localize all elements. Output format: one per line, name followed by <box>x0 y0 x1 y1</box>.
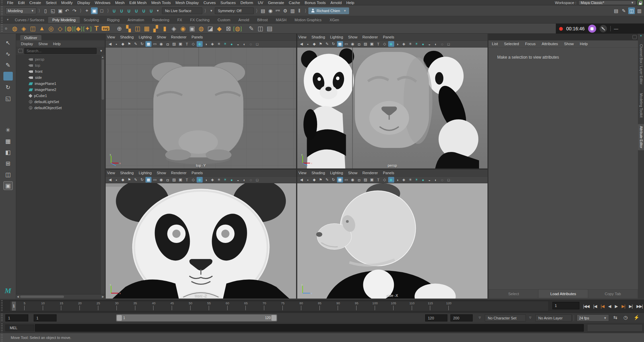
hypershade-icon[interactable]: ▤ <box>613 7 619 14</box>
command-language-button[interactable]: MEL <box>5 324 34 331</box>
anim-layer-field[interactable]: No Anim Layer <box>535 314 572 321</box>
attribute-editor-menu-item[interactable]: Attributes <box>542 42 558 46</box>
edit-edge-flow-icon[interactable]: ▤ <box>265 24 274 33</box>
viewport-menu-item[interactable]: Lighting <box>330 171 343 175</box>
viewport-icon[interactable]: ◇ <box>382 177 388 183</box>
viewport-icon[interactable]: ◀ <box>107 41 113 47</box>
viewport-icon[interactable]: □ <box>446 177 452 183</box>
shelf-tab[interactable]: Custom <box>213 17 234 23</box>
target-weld-icon[interactable]: ⊠ <box>224 24 233 33</box>
move-tool[interactable] <box>3 72 13 81</box>
play-forwards-button[interactable]: ▶ <box>615 304 617 309</box>
chevron-down-icon[interactable]: ▼ <box>640 34 642 37</box>
outliner-menu-item[interactable]: Display <box>21 42 33 46</box>
viewport-icon[interactable]: T <box>184 177 190 183</box>
viewport-icon[interactable]: ◉ <box>350 41 356 47</box>
menu-item[interactable]: Mesh <box>113 1 127 5</box>
outliner-item[interactable]: imagePlane1 <box>16 81 105 87</box>
viewport-icon[interactable]: ◑ <box>395 41 401 47</box>
poly-disc-icon[interactable]: ◍ <box>65 24 74 33</box>
viewport-icon[interactable]: ◇ <box>190 177 196 183</box>
viewport-icon[interactable]: ↻ <box>331 41 337 47</box>
time-slider-ruler[interactable]: 5101520253035404550556065707580859095100… <box>9 301 549 311</box>
shelf-tab[interactable]: Motion Graphics <box>291 17 326 23</box>
stop-recording-button[interactable] <box>588 25 596 33</box>
make-live-icon[interactable]: ∪ <box>148 7 155 14</box>
chevron-down-icon[interactable]: ▼ <box>100 49 103 53</box>
shelf-tab[interactable]: Animation <box>124 17 148 23</box>
viewport-icon[interactable]: ▣ <box>369 41 375 47</box>
viewport-icon[interactable]: ◑ <box>395 177 401 183</box>
chevron-down-icon[interactable]: ▽ <box>479 316 481 319</box>
viewport-icon[interactable]: ◆ <box>388 177 394 183</box>
viewport-menu-item[interactable]: View <box>299 35 307 39</box>
viewport-icon[interactable]: ▪ <box>113 177 120 183</box>
menu-set-select[interactable]: Modeling▼ <box>5 7 36 14</box>
viewport-icon[interactable]: ◑ <box>203 177 209 183</box>
range-end-handle[interactable] <box>271 315 276 321</box>
viewport-icon[interactable]: ◆ <box>311 177 317 183</box>
hide-cursor-button[interactable]: ↖ <box>600 25 607 32</box>
viewport-icon[interactable]: ⚑ <box>318 177 324 183</box>
sidebar-tab[interactable]: Attribute Editor <box>638 124 644 150</box>
viewport-icon[interactable]: ◆ <box>120 177 126 183</box>
four-pane-layout[interactable]: ⊞ <box>3 159 13 168</box>
shelf-tab[interactable]: Sculpting <box>80 17 103 23</box>
poly-cube-icon[interactable]: ◈ <box>19 24 28 33</box>
menu-item[interactable]: Deform <box>238 1 256 5</box>
poly-torus-icon[interactable]: ◎ <box>46 24 56 33</box>
ipr-render-icon[interactable]: IPR <box>274 7 281 14</box>
shelf-tab[interactable]: Rendering <box>148 17 173 23</box>
attribute-editor-button[interactable]: Copy Tab <box>588 290 637 298</box>
outliner-search-input[interactable] <box>24 48 97 54</box>
viewport-icon[interactable]: ⚑ <box>318 41 324 47</box>
viewport-menu-item[interactable]: Renderer <box>171 171 187 175</box>
viewport-icon[interactable]: T <box>375 41 381 47</box>
timeslider-drag-handle[interactable] <box>1 300 3 312</box>
shelf-drag-handle[interactable] <box>1 17 3 23</box>
menu-item[interactable]: Bonus Tools <box>302 1 328 5</box>
symmetry-field[interactable]: Symmetry: Off <box>215 7 254 14</box>
viewport-icon[interactable]: ◉ <box>158 41 164 47</box>
viewport-icon[interactable]: ☀ <box>222 177 228 183</box>
viewport-menu-item[interactable]: Shading <box>120 35 134 39</box>
viewport-icon[interactable]: ▦ <box>337 177 343 183</box>
viewport-menu-item[interactable]: View <box>107 171 115 175</box>
menu-item[interactable]: Generate <box>266 1 286 5</box>
menu-item[interactable]: Modify <box>59 1 75 5</box>
viewport-icon[interactable]: ● <box>420 177 426 183</box>
group-separator[interactable] <box>80 8 81 13</box>
viewport-icon[interactable]: ▦ <box>337 41 343 47</box>
step-back-frame-button[interactable]: |◀ <box>593 304 597 309</box>
shelf-tab[interactable]: FX Caching <box>186 17 213 23</box>
redo-icon[interactable]: ↷ <box>71 7 78 14</box>
viewport-icon[interactable]: ◘ <box>356 41 362 47</box>
go-to-end-button[interactable]: ▶▶| <box>636 304 643 309</box>
persp-outliner-layout[interactable]: ◫ <box>3 170 13 179</box>
animation-end-input[interactable] <box>450 314 473 321</box>
viewport-icon[interactable]: ✎ <box>133 177 139 183</box>
outliner-item[interactable]: persp <box>16 56 105 62</box>
viewport-icon[interactable]: ◐ <box>241 177 247 183</box>
combine-icon[interactable]: ▚ <box>124 24 133 33</box>
menu-item[interactable]: Mesh Tools <box>149 1 173 5</box>
viewport-icon[interactable]: ▣ <box>177 41 183 47</box>
viewport-icon[interactable]: ◇ <box>190 41 196 47</box>
shelf-tab[interactable]: FX <box>173 17 186 23</box>
select-tool[interactable]: ↖ <box>3 38 13 47</box>
viewport-icon[interactable]: ☀ <box>222 41 228 47</box>
poly-cylinder-icon[interactable]: ◫ <box>28 24 37 33</box>
viewport-icon[interactable]: ◆ <box>197 41 203 47</box>
go-to-start-button[interactable]: |◀◀ <box>583 304 589 309</box>
viewport-icon[interactable]: ◆ <box>311 41 317 47</box>
pin-icon[interactable] <box>633 35 637 39</box>
viewport-icon[interactable]: ◌ <box>248 177 254 183</box>
viewport-icon[interactable]: ● <box>420 41 426 47</box>
viewport-icon[interactable]: ◒ <box>235 177 241 183</box>
shelf-gear-icon[interactable]: ⚙ <box>5 27 10 30</box>
viewport-icon[interactable]: ▨ <box>171 41 177 47</box>
animation-start-input[interactable] <box>5 314 28 321</box>
svg-icon[interactable]: svg <box>101 24 110 33</box>
extrude-icon[interactable]: ▮ <box>160 24 169 33</box>
viewport-icon[interactable]: ▭ <box>152 41 158 47</box>
